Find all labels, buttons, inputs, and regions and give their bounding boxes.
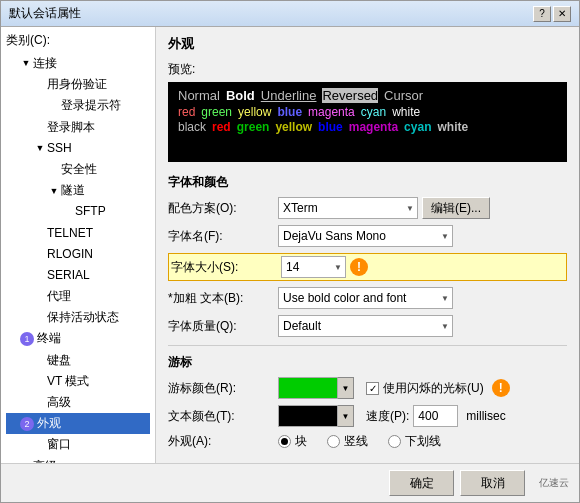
cursor-color-swatch[interactable]	[278, 377, 338, 399]
font-size-select[interactable]: 14	[281, 256, 346, 278]
tree-label-proxy: 代理	[47, 287, 71, 306]
preview-yellow2: yellow	[275, 120, 312, 134]
preview-red: red	[178, 105, 195, 119]
expand-icon-loginhint	[48, 100, 60, 112]
bold-text-select[interactable]: Use bold color and font	[278, 287, 453, 309]
font-quality-select[interactable]: Default	[278, 315, 453, 337]
bold-text-label: *加粗 文本(B):	[168, 290, 278, 307]
tree-item-connection[interactable]: ▼ 连接	[6, 53, 150, 74]
tree-label-window: 窗口	[47, 435, 71, 454]
text-color-dropdown[interactable]: ▼	[338, 405, 354, 427]
tree-item-loginhint[interactable]: 登录提示符	[6, 95, 150, 116]
text-color-swatch[interactable]	[278, 405, 338, 427]
tree-item-tunnel[interactable]: ▼ 隧道	[6, 180, 150, 201]
cancel-button[interactable]: 取消	[460, 470, 525, 496]
preview-magenta2: magenta	[349, 120, 398, 134]
tree-item-rlogin[interactable]: RLOGIN	[6, 244, 150, 265]
appearance-label: 外观(A):	[168, 433, 278, 450]
preview-reversed: Reversed	[322, 88, 378, 103]
radio-block-dot	[281, 438, 288, 445]
radio-underline[interactable]: 下划线	[388, 433, 441, 450]
tree-item-telnet[interactable]: TELNET	[6, 223, 150, 244]
preview-white2: white	[437, 120, 468, 134]
color-scheme-label: 配色方案(O):	[168, 200, 278, 217]
section-title: 外观	[168, 35, 567, 53]
radio-block-input[interactable]	[278, 435, 291, 448]
close-button[interactable]: ✕	[553, 6, 571, 22]
radio-vline[interactable]: 竖线	[327, 433, 368, 450]
expand-icon-keyboard	[34, 354, 46, 366]
tree-item-keepalive[interactable]: 保持活动状态	[6, 307, 150, 328]
tree-item-advanced-terminal[interactable]: 高级	[6, 392, 150, 413]
tree-label-advanced-terminal: 高级	[47, 393, 71, 412]
bold-text-wrapper: Use bold color and font	[278, 287, 453, 309]
preview-cursor: Cursor	[384, 88, 423, 103]
speed-label: 速度(P):	[366, 408, 409, 425]
preview-yellow: yellow	[238, 105, 271, 119]
appearance-row: 外观(A): 块 竖线 下划线	[168, 433, 567, 450]
tree-label-connection: 连接	[33, 54, 57, 73]
font-quality-row: 字体质量(Q): Default	[168, 315, 567, 337]
speed-unit: millisec	[466, 409, 505, 423]
tree-label-keyboard: 键盘	[47, 351, 71, 370]
help-button[interactable]: ?	[533, 6, 551, 22]
dialog-body: 类别(C): ▼ 连接 用身份验证 登录提示符 登录脚本	[1, 27, 579, 463]
blink-checkbox[interactable]	[366, 382, 379, 395]
tree-item-sftp[interactable]: SFTP	[6, 201, 150, 222]
tree-item-advanced2[interactable]: ▼ 高级	[6, 456, 150, 463]
preview-blue: blue	[277, 105, 302, 119]
cursor-color-dropdown[interactable]: ▼	[338, 377, 354, 399]
right-panel: 外观 预览: Normal Bold Underline Reversed Cu…	[156, 27, 579, 463]
font-name-row: 字体名(F): DejaVu Sans Mono	[168, 225, 567, 247]
preview-green: green	[201, 105, 232, 119]
tree-item-window[interactable]: 窗口	[6, 434, 150, 455]
tree-item-vtmodes[interactable]: VT 模式	[6, 371, 150, 392]
font-quality-wrapper: Default	[278, 315, 453, 337]
tree-label-sftp: SFTP	[75, 202, 106, 221]
text-color-label: 文本颜色(T):	[168, 408, 278, 425]
expand-icon-advanced-terminal	[34, 397, 46, 409]
text-color-row: 文本颜色(T): ▼ 速度(P): millisec	[168, 405, 567, 427]
tree-item-terminal[interactable]: 1 终端	[6, 328, 150, 349]
preview-red2: red	[212, 120, 231, 134]
tree-label-vtmodes: VT 模式	[47, 372, 89, 391]
tree-item-security[interactable]: 安全性	[6, 159, 150, 180]
tree-label-keepalive: 保持活动状态	[47, 308, 119, 327]
tree-item-auth[interactable]: 用身份验证	[6, 74, 150, 95]
blink-label: 使用闪烁的光标(U)	[383, 380, 484, 397]
badge-appearance: 2	[20, 417, 34, 431]
edit-button[interactable]: 编辑(E)...	[422, 197, 490, 219]
expand-icon-security	[48, 164, 60, 176]
font-color-section-title: 字体和颜色	[168, 174, 567, 191]
speed-input[interactable]	[413, 405, 458, 427]
category-label: 类别(C):	[6, 32, 150, 49]
radio-underline-input[interactable]	[388, 435, 401, 448]
font-name-select[interactable]: DejaVu Sans Mono	[278, 225, 453, 247]
radio-vline-input[interactable]	[327, 435, 340, 448]
color-scheme-row: 配色方案(O): XTerm 编辑(E)...	[168, 197, 567, 219]
tree-item-serial[interactable]: SERIAL	[6, 265, 150, 286]
tree-item-keyboard[interactable]: 键盘	[6, 350, 150, 371]
preview-black: black	[178, 120, 206, 134]
tree-label-rlogin: RLOGIN	[47, 245, 93, 264]
tree-label-ssh: SSH	[47, 139, 72, 158]
radio-block[interactable]: 块	[278, 433, 307, 450]
tree-item-ssh[interactable]: ▼ SSH	[6, 138, 150, 159]
tree-item-appearance[interactable]: 2 外观	[6, 413, 150, 434]
dialog-footer: 确定 取消 亿速云	[1, 463, 579, 502]
expand-icon-ssh: ▼	[34, 142, 46, 154]
tree-item-loginscript[interactable]: 登录脚本	[6, 117, 150, 138]
blink-warning-icon: !	[492, 379, 510, 397]
expand-icon-sftp	[62, 206, 74, 218]
tree-label-telnet: TELNET	[47, 224, 93, 243]
font-size-row: 字体大小(S): 14 !	[168, 253, 567, 281]
tree-item-proxy[interactable]: 代理	[6, 286, 150, 307]
title-bar: 默认会话属性 ? ✕	[1, 1, 579, 27]
expand-icon-rlogin	[34, 248, 46, 260]
expand-icon-window	[34, 439, 46, 451]
dialog-container: 默认会话属性 ? ✕ 类别(C): ▼ 连接 用身份验证	[0, 0, 580, 503]
preview-line3: black red green yellow blue magenta cyan…	[178, 120, 557, 134]
radio-underline-label: 下划线	[405, 433, 441, 450]
ok-button[interactable]: 确定	[389, 470, 454, 496]
color-scheme-select[interactable]: XTerm	[278, 197, 418, 219]
